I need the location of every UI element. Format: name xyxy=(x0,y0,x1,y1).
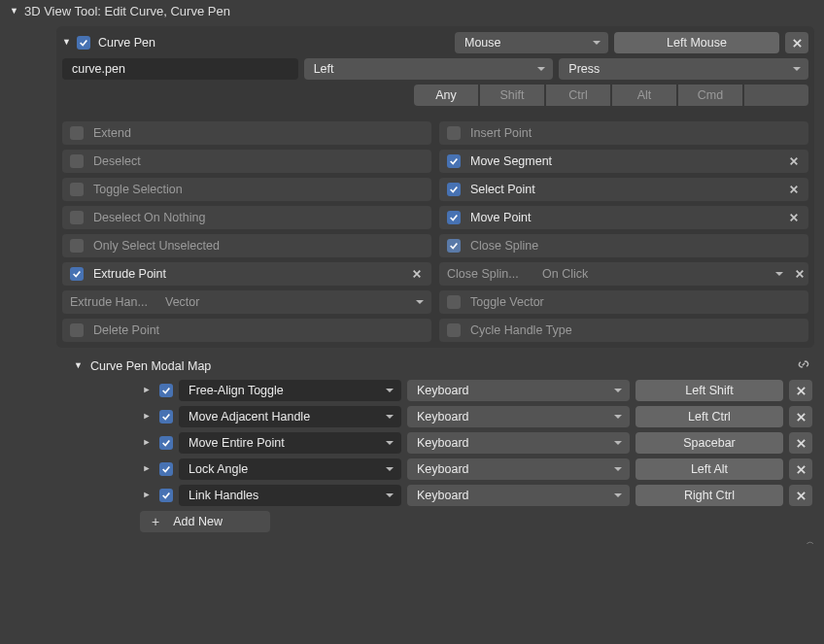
option-remove[interactable] xyxy=(408,269,426,279)
modal-remove-button[interactable] xyxy=(789,485,812,506)
option-row: Move Segment xyxy=(439,150,808,173)
section-header[interactable]: ▼ 3D View Tool: Edit Curve, Curve Pen xyxy=(0,0,824,24)
section-title: 3D View Tool: Edit Curve, Curve Pen xyxy=(24,4,230,18)
modal-key-button[interactable]: Right Ctrl xyxy=(635,485,783,506)
option-select-row: Close Splin...On Click xyxy=(439,262,808,286)
option-remove[interactable] xyxy=(791,262,808,286)
option-checkbox[interactable] xyxy=(447,126,461,140)
option-label: Move Segment xyxy=(470,154,775,168)
link-icon[interactable] xyxy=(797,357,810,374)
option-select-row: Extrude Han...Vector xyxy=(62,290,431,314)
modal-action-select[interactable]: Link Handles xyxy=(179,485,401,506)
option-select[interactable]: On Click xyxy=(532,262,791,286)
modal-enable-checkbox[interactable] xyxy=(159,436,173,450)
option-row: Close Spline xyxy=(439,234,808,257)
disclosure-right-icon[interactable]: ► xyxy=(140,463,154,473)
option-row: Deselect On Nothing xyxy=(62,206,431,229)
device-select[interactable]: Mouse xyxy=(455,32,608,53)
modal-action-select[interactable]: Free-Align Toggle xyxy=(179,380,401,401)
option-label: Toggle Selection xyxy=(93,183,426,196)
mod-empty[interactable] xyxy=(744,85,808,106)
option-checkbox[interactable] xyxy=(447,295,461,309)
options-left: ExtendDeselectToggle SelectionDeselect O… xyxy=(62,121,431,342)
modal-remove-button[interactable] xyxy=(789,380,812,401)
modal-remove-button[interactable] xyxy=(789,458,812,480)
modal-map-header[interactable]: ▼ Curve Pen Modal Map xyxy=(56,354,814,380)
modal-row: ►Move Entire PointKeyboardSpacebar xyxy=(140,432,814,458)
modal-input-select[interactable]: Keyboard xyxy=(407,458,630,480)
disclosure-triangle-icon[interactable]: ▼ xyxy=(62,37,71,47)
remove-binding-button[interactable] xyxy=(785,32,808,53)
option-remove[interactable] xyxy=(785,213,803,222)
modal-action-select[interactable]: Lock Angle xyxy=(179,458,401,480)
modal-key-button[interactable]: Spacebar xyxy=(635,432,783,454)
modal-key-button[interactable]: Left Alt xyxy=(635,458,783,480)
disclosure-right-icon[interactable]: ► xyxy=(140,437,154,447)
modal-enable-checkbox[interactable] xyxy=(159,410,173,424)
option-checkbox[interactable] xyxy=(70,183,84,196)
modal-enable-checkbox[interactable] xyxy=(159,384,173,397)
enable-checkbox[interactable] xyxy=(77,36,90,50)
modal-input-select[interactable]: Keyboard xyxy=(407,485,630,506)
modal-map-title: Curve Pen Modal Map xyxy=(90,359,211,373)
option-remove[interactable] xyxy=(785,156,803,166)
mod-shift[interactable]: Shift xyxy=(480,85,544,106)
option-select[interactable]: Vector xyxy=(155,290,431,314)
mod-alt[interactable]: Alt xyxy=(612,85,676,106)
option-checkbox[interactable] xyxy=(447,154,461,168)
option-checkbox[interactable] xyxy=(70,154,84,168)
modal-row: ►Free-Align ToggleKeyboardLeft Shift xyxy=(140,380,814,406)
modal-action-select[interactable]: Move Adjacent Handle xyxy=(179,406,401,427)
modal-key-button[interactable]: Left Shift xyxy=(635,380,783,401)
disclosure-triangle-icon[interactable]: ▼ xyxy=(74,360,83,370)
option-checkbox[interactable] xyxy=(447,323,461,337)
options-right: Insert PointMove SegmentSelect PointMove… xyxy=(439,121,808,342)
mod-cmd[interactable]: Cmd xyxy=(678,85,742,106)
option-checkbox[interactable] xyxy=(447,211,461,224)
mod-any[interactable]: Any xyxy=(414,85,478,106)
add-new-button[interactable]: + Add New xyxy=(140,511,270,532)
mod-ctrl[interactable]: Ctrl xyxy=(546,85,610,106)
modal-enable-checkbox[interactable] xyxy=(159,462,173,476)
modal-remove-button[interactable] xyxy=(789,432,812,454)
option-label: Close Splin... xyxy=(439,262,532,286)
option-remove[interactable] xyxy=(785,185,803,194)
disclosure-right-icon[interactable]: ► xyxy=(140,411,154,421)
modal-input-select[interactable]: Keyboard xyxy=(407,432,630,454)
modal-enable-checkbox[interactable] xyxy=(159,489,173,502)
modifier-row: Any Shift Ctrl Alt Cmd xyxy=(62,85,808,106)
binding-panel: ▼ Curve Pen Mouse Left Mouse curve.pen L… xyxy=(56,26,814,348)
option-label: Insert Point xyxy=(470,126,803,140)
option-checkbox[interactable] xyxy=(447,239,461,253)
modal-remove-button[interactable] xyxy=(789,406,812,427)
modal-key-button[interactable]: Left Ctrl xyxy=(635,406,783,427)
disclosure-triangle-icon[interactable]: ▼ xyxy=(10,6,18,16)
option-checkbox[interactable] xyxy=(70,126,84,140)
binding-name: Curve Pen xyxy=(96,36,449,50)
modal-action-select[interactable]: Move Entire Point xyxy=(179,432,401,454)
disclosure-right-icon[interactable]: ► xyxy=(140,385,154,394)
option-checkbox[interactable] xyxy=(70,267,84,281)
option-checkbox[interactable] xyxy=(70,239,84,253)
mouse-side-select[interactable]: Left xyxy=(304,58,554,80)
modal-input-select[interactable]: Keyboard xyxy=(407,406,630,427)
panel-resize-grip[interactable]: ︿ xyxy=(0,534,824,547)
option-label: Close Spline xyxy=(470,239,803,253)
option-row: Toggle Selection xyxy=(62,178,431,201)
binding-header-row: ▼ Curve Pen Mouse Left Mouse xyxy=(62,32,808,53)
option-label: Move Point xyxy=(470,211,775,224)
key-button[interactable]: Left Mouse xyxy=(614,32,779,53)
option-label: Select Point xyxy=(470,183,775,196)
option-row: Toggle Vector xyxy=(439,290,808,314)
options-columns: ExtendDeselectToggle SelectionDeselect O… xyxy=(62,121,808,342)
event-type-select[interactable]: Press xyxy=(559,58,808,80)
option-checkbox[interactable] xyxy=(70,211,84,224)
disclosure-right-icon[interactable]: ► xyxy=(140,490,154,499)
option-row: Move Point xyxy=(439,206,808,229)
option-label: Toggle Vector xyxy=(470,295,803,309)
operator-input[interactable]: curve.pen xyxy=(62,58,298,80)
option-checkbox[interactable] xyxy=(447,183,461,196)
modal-input-select[interactable]: Keyboard xyxy=(407,380,630,401)
option-checkbox[interactable] xyxy=(70,323,84,337)
option-label: Extend xyxy=(93,126,426,140)
